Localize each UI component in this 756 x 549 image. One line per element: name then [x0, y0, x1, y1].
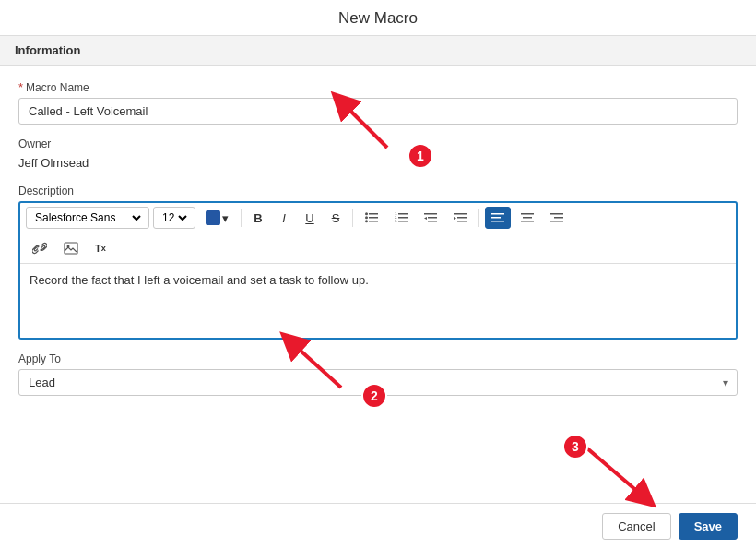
svg-rect-27 [554, 217, 563, 219]
svg-rect-12 [424, 213, 437, 215]
svg-point-5 [365, 220, 368, 222]
svg-rect-22 [491, 221, 504, 222]
svg-marker-15 [424, 217, 427, 220]
svg-rect-18 [457, 221, 467, 222]
svg-rect-23 [521, 213, 534, 215]
indent-decrease-button[interactable] [418, 207, 443, 229]
svg-rect-13 [428, 217, 437, 219]
editor-toolbar-row1: Salesforce Sans Arial Times New Roman 12… [20, 203, 736, 233]
link-button[interactable] [26, 237, 53, 259]
font-family-select[interactable]: Salesforce Sans Arial Times New Roman [31, 210, 144, 225]
apply-to-field-group: Apply To Lead Contact Account ▾ [18, 352, 738, 396]
underline-button[interactable]: U [299, 207, 321, 229]
align-right-button[interactable] [544, 207, 570, 229]
strikethrough-button[interactable]: S [325, 207, 347, 229]
svg-rect-1 [369, 217, 378, 219]
svg-rect-8 [398, 221, 408, 222]
apply-to-select-wrapper[interactable]: Lead Contact Account ▾ [18, 369, 738, 396]
description-label: Description [18, 185, 738, 197]
svg-point-4 [365, 216, 368, 219]
ordered-list-button[interactable]: 1.2.3. [388, 207, 414, 229]
svg-rect-2 [369, 221, 378, 222]
image-icon [64, 241, 78, 256]
svg-rect-29 [65, 243, 77, 254]
description-field-group: Description Salesforce Sans Arial Times … [18, 185, 738, 340]
divider-3 [478, 209, 479, 227]
color-swatch [206, 210, 220, 225]
unordered-list-button[interactable] [359, 207, 384, 229]
divider-1 [241, 209, 242, 227]
svg-rect-21 [491, 217, 501, 219]
modal-footer: Cancel Save [0, 503, 756, 549]
ul-icon [365, 212, 378, 223]
color-dropdown-icon: ▾ [222, 211, 229, 225]
align-left-button[interactable] [485, 207, 511, 229]
align-center-icon [521, 212, 534, 223]
required-star: * [18, 80, 23, 94]
font-family-select-wrapper[interactable]: Salesforce Sans Arial Times New Roman [26, 207, 149, 229]
svg-rect-6 [398, 213, 408, 215]
owner-label: Owner [18, 137, 738, 150]
svg-text:3.: 3. [395, 219, 397, 223]
svg-marker-19 [454, 217, 456, 220]
indent-increase-button[interactable] [447, 207, 473, 229]
apply-to-label: Apply To [18, 352, 738, 365]
svg-rect-16 [454, 213, 467, 215]
font-size-select[interactable]: 12 10 14 16 18 [159, 210, 190, 225]
ol-icon: 1.2.3. [395, 212, 408, 223]
text-color-button[interactable]: ▾ [199, 207, 235, 229]
save-button[interactable]: Save [679, 513, 738, 540]
macro-name-input[interactable] [18, 98, 738, 125]
italic-button[interactable]: I [273, 207, 295, 229]
indent-increase-icon [454, 212, 467, 223]
macro-name-field-group: * Macro Name [18, 80, 738, 125]
svg-point-3 [365, 212, 368, 215]
cancel-button[interactable]: Cancel [602, 513, 670, 540]
svg-rect-17 [457, 217, 467, 219]
clear-format-button[interactable]: Tx [89, 237, 112, 259]
svg-rect-7 [398, 217, 408, 219]
apply-to-select[interactable]: Lead Contact Account [18, 369, 738, 396]
form-body: * Macro Name Owner Jeff Olmsead Descript… [0, 66, 756, 503]
new-macro-modal: New Macro Information * Macro Name Owner… [0, 0, 756, 549]
divider-2 [352, 209, 353, 227]
svg-rect-0 [369, 213, 378, 215]
svg-rect-20 [491, 213, 504, 215]
indent-decrease-icon [424, 212, 437, 223]
align-right-icon [550, 212, 563, 223]
svg-rect-25 [521, 221, 534, 222]
link-icon [32, 241, 47, 256]
description-editor[interactable]: Salesforce Sans Arial Times New Roman 12… [18, 201, 738, 340]
macro-name-label: * Macro Name [18, 80, 738, 94]
editor-toolbar-row2: Tx [20, 233, 736, 264]
modal-title: New Macro [0, 0, 756, 35]
section-header: Information [0, 35, 756, 66]
font-size-select-wrapper[interactable]: 12 10 14 16 18 [153, 207, 195, 229]
svg-rect-26 [550, 213, 563, 215]
align-left-icon [491, 212, 504, 223]
svg-rect-24 [523, 217, 532, 219]
svg-rect-28 [550, 221, 563, 222]
svg-rect-14 [428, 221, 437, 222]
editor-content[interactable]: Record the fact that I left a voicemail … [20, 264, 736, 338]
owner-field-group: Owner Jeff Olmsead [18, 137, 738, 172]
image-button[interactable] [57, 237, 85, 259]
bold-button[interactable]: B [247, 207, 269, 229]
owner-value: Jeff Olmsead [18, 154, 738, 172]
align-center-button[interactable] [514, 207, 540, 229]
